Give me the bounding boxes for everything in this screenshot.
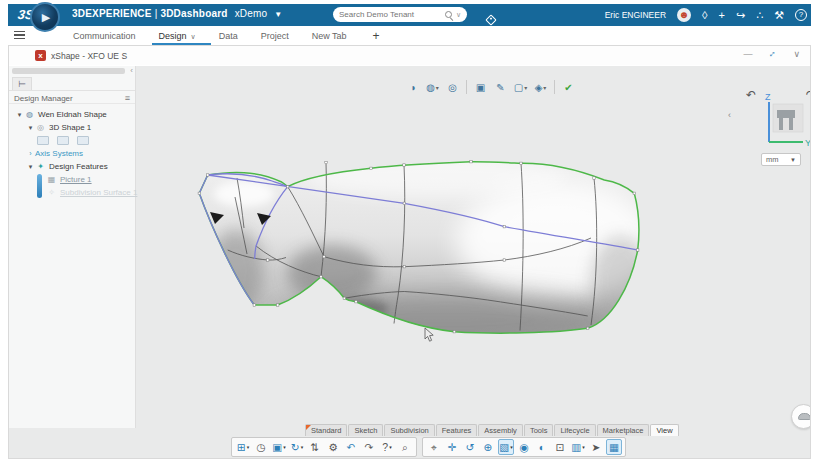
look-at-icon[interactable]: ◉ bbox=[516, 439, 532, 455]
dropdown-caret-icon[interactable]: ▾ bbox=[301, 444, 304, 450]
catalog-icon[interactable]: ▥▾ bbox=[570, 439, 586, 455]
tab-data[interactable]: Data bbox=[218, 29, 239, 43]
save-icon[interactable]: ▣▾ bbox=[271, 439, 287, 455]
capture-icon[interactable]: ⊡ bbox=[552, 439, 568, 455]
add-tab-button[interactable]: + bbox=[373, 29, 380, 43]
view-mode-icon[interactable]: ◈▾ bbox=[532, 79, 549, 95]
tree-item[interactable]: ▦Picture 1 bbox=[9, 173, 135, 186]
rep-badge-icon[interactable] bbox=[57, 136, 69, 145]
section-tab-subdivision[interactable]: Subdivision bbox=[384, 424, 434, 436]
render-style-icon[interactable]: ◐ bbox=[534, 439, 550, 455]
ambience-icon[interactable]: ▦ bbox=[606, 439, 622, 455]
brand-app: 3DDashboard bbox=[160, 8, 227, 19]
tree-badges-row[interactable] bbox=[9, 134, 135, 147]
drawer-menu-icon[interactable] bbox=[14, 31, 25, 40]
units-dropdown[interactable]: mm ▼ bbox=[761, 153, 801, 166]
3d-model-canvas[interactable] bbox=[136, 66, 810, 428]
axis-triad[interactable]: Z Y bbox=[753, 90, 810, 160]
section-tab-sketch[interactable]: Sketch bbox=[348, 424, 383, 436]
units-chevron-icon: ▼ bbox=[790, 157, 796, 163]
panel-scroll-strip[interactable] bbox=[12, 68, 125, 74]
pointer-behavior-icon[interactable]: ➤ bbox=[588, 439, 604, 455]
redo-icon[interactable]: ↷ bbox=[361, 439, 377, 455]
tree-item[interactable]: ✧Subdivision Surface 1 bbox=[9, 186, 135, 199]
tree-expander-icon[interactable]: ▾ bbox=[15, 111, 24, 119]
assistant-widget-button[interactable] bbox=[791, 404, 810, 429]
tag-search-icon[interactable] bbox=[487, 10, 495, 28]
search-icon[interactable]: ⌕ bbox=[397, 439, 413, 455]
minimize-icon[interactable]: — bbox=[743, 50, 752, 59]
dropdown-caret-icon[interactable]: ▾ bbox=[389, 444, 392, 450]
section-tab-tools[interactable]: Tools bbox=[524, 424, 554, 436]
rotate-view-icon[interactable]: ↺ bbox=[462, 439, 478, 455]
tree-expander-icon[interactable]: ▾ bbox=[26, 163, 35, 171]
tree-item[interactable]: ▾◍Wen Eldnah Shape bbox=[9, 108, 135, 121]
section-tab-standard[interactable]: Standard bbox=[305, 424, 347, 436]
section-tab-lifecycle[interactable]: Lifecycle bbox=[554, 424, 595, 436]
tag-icon[interactable]: ◊ bbox=[702, 10, 707, 21]
section-tab-assembly[interactable]: Assembly bbox=[478, 424, 523, 436]
tree-item[interactable]: ▾◎3D Shape 1 bbox=[9, 121, 135, 134]
tab-communication[interactable]: Communication bbox=[72, 29, 137, 43]
dropdown-caret-icon[interactable]: ▾ bbox=[524, 84, 527, 91]
update-icon[interactable]: ✔ bbox=[560, 79, 577, 95]
dropdown-caret-icon[interactable]: ▾ bbox=[510, 444, 513, 450]
search-icon[interactable] bbox=[445, 11, 452, 18]
tree-tab-icon[interactable]: ⊢ bbox=[12, 77, 32, 90]
tree-expander-icon[interactable]: ▾ bbox=[26, 124, 35, 132]
user-name[interactable]: Eric ENGINEER bbox=[605, 10, 666, 20]
tree-expander-icon[interactable]: › bbox=[26, 150, 35, 157]
zoom-icon[interactable]: ⊕ bbox=[480, 439, 496, 455]
center-view-icon[interactable]: ⌖ bbox=[426, 439, 442, 455]
resize-icon[interactable]: ↕ bbox=[768, 49, 779, 60]
viewport-panel-collapse-icon[interactable]: ‹ bbox=[728, 110, 731, 120]
user-avatar[interactable]: ☻ bbox=[677, 8, 691, 22]
refresh-icon[interactable]: ↻▾ bbox=[289, 439, 305, 455]
tab-design[interactable]: Design∨ bbox=[158, 29, 197, 43]
dropdown-caret-icon[interactable]: ▾ bbox=[247, 444, 250, 450]
section-tab-marketplace[interactable]: Marketplace bbox=[597, 424, 650, 436]
render-mode-icon[interactable]: ◍▾ bbox=[424, 79, 441, 95]
dropdown-caret-icon[interactable]: ▾ bbox=[582, 444, 585, 450]
section-tab-features[interactable]: Features bbox=[436, 424, 478, 436]
3d-compass[interactable]: ▶ bbox=[30, 2, 60, 32]
section-tab-view[interactable]: View bbox=[650, 424, 678, 436]
search-input[interactable] bbox=[339, 10, 445, 19]
rep-badge-icon[interactable] bbox=[77, 136, 89, 145]
global-search[interactable]: ∨ bbox=[333, 7, 467, 22]
representation-badges bbox=[37, 136, 89, 145]
panel-menu-icon[interactable]: ≡ bbox=[125, 93, 130, 103]
import-export-icon[interactable]: ⇅ bbox=[307, 439, 323, 455]
add-icon[interactable]: + bbox=[718, 10, 724, 21]
iso-view-icon[interactable]: ▧▾ bbox=[498, 439, 514, 455]
panel-collapse-icon[interactable]: ‹ bbox=[130, 66, 133, 75]
shaded-view-icon[interactable]: ◑ bbox=[404, 79, 421, 95]
tools-icon[interactable]: ⚒ bbox=[774, 10, 784, 21]
dropdown-caret-icon[interactable]: ▾ bbox=[436, 84, 439, 91]
history-icon[interactable]: ◷ bbox=[253, 439, 269, 455]
collapse-icon[interactable]: ∨ bbox=[793, 50, 800, 59]
share-network-icon[interactable]: ∴ bbox=[756, 10, 763, 21]
display-settings-icon[interactable]: ◎ bbox=[444, 79, 461, 95]
share-forward-icon[interactable]: ↪ bbox=[736, 10, 745, 21]
new-content-icon[interactable]: ⊞▾ bbox=[235, 439, 251, 455]
tree-item[interactable]: ▾✦Design Features bbox=[9, 160, 135, 173]
rep-badge-icon[interactable] bbox=[37, 136, 49, 145]
edit-surface-icon[interactable]: ✎ bbox=[492, 79, 509, 95]
search-options-chevron-icon[interactable]: ∨ bbox=[456, 11, 461, 19]
tab-new-tab[interactable]: New Tab bbox=[311, 29, 348, 43]
tab-project[interactable]: Project bbox=[260, 29, 290, 43]
pan-icon[interactable]: ✛ bbox=[444, 439, 460, 455]
settings-gear-icon[interactable]: ⚙ bbox=[325, 439, 341, 455]
help-icon[interactable]: ?▾ bbox=[379, 439, 395, 455]
tree-item[interactable]: ›Axis Systems bbox=[9, 147, 135, 160]
brand-title[interactable]: 3DEXPERIENCE | 3DDashboard xDemo ▼ bbox=[72, 8, 282, 19]
selection-filter-icon[interactable]: ▢▾ bbox=[512, 79, 529, 95]
design-features-icon: ✦ bbox=[35, 162, 46, 171]
chevron-down-icon[interactable]: ▼ bbox=[274, 10, 282, 19]
select-element-icon[interactable]: ▣ bbox=[472, 79, 489, 95]
help-icon[interactable]: ? bbox=[795, 9, 807, 21]
dropdown-caret-icon[interactable]: ▾ bbox=[543, 84, 546, 91]
dropdown-caret-icon[interactable]: ▾ bbox=[283, 444, 286, 450]
undo-icon[interactable]: ↶ bbox=[343, 439, 359, 455]
